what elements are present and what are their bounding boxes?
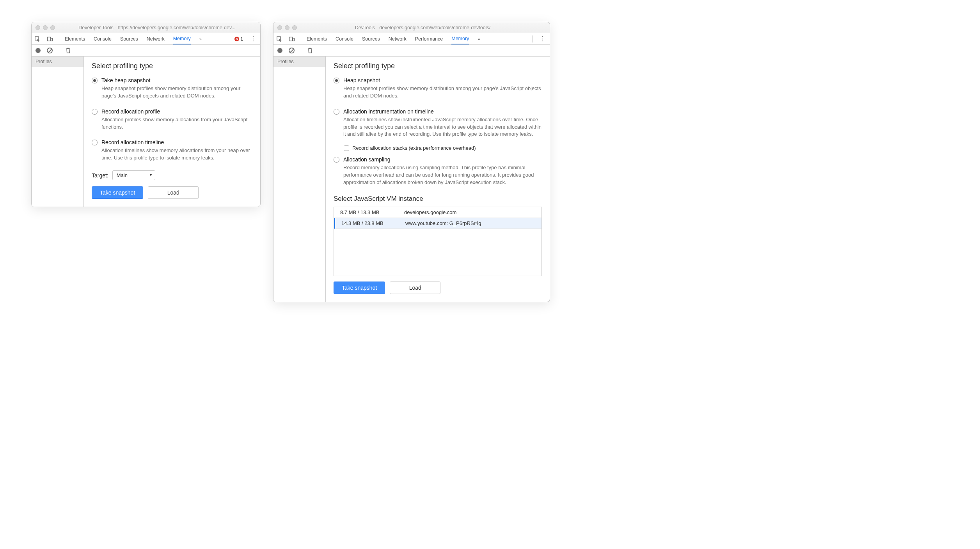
vm-row[interactable]: 14.3 MB / 23.8 MB www.youtube.com: G_P6r… (334, 218, 541, 229)
vm-row[interactable]: 8.7 MB / 13.3 MB developers.google.com (334, 207, 541, 218)
devtools-window-left: Developer Tools - https://developers.goo… (31, 22, 261, 207)
radio-icon[interactable] (92, 78, 98, 83)
traffic-light-zoom-icon[interactable] (292, 25, 297, 30)
target-row: Target: Main (92, 170, 252, 180)
record-icon[interactable] (36, 48, 41, 53)
load-button[interactable]: Load (148, 186, 199, 199)
vm-name: developers.google.com (396, 209, 456, 215)
svg-rect-2 (51, 38, 53, 41)
sidebar: Profiles (32, 57, 84, 207)
target-label: Target: (92, 172, 108, 179)
take-snapshot-button[interactable]: Take snapshot (92, 186, 143, 199)
option-description: Allocation timelines show memory allocat… (101, 147, 252, 162)
titlebar: DevTools - developers.google.com/web/too… (273, 22, 550, 33)
option-title: Record allocation timeline (101, 139, 252, 145)
window-title: Developer Tools - https://developers.goo… (58, 25, 256, 30)
svg-rect-5 (293, 38, 295, 41)
option-title: Allocation sampling (343, 156, 542, 163)
tab-network[interactable]: Network (389, 36, 407, 42)
error-count: 1 (240, 36, 243, 42)
traffic-light-minimize-icon[interactable] (285, 25, 289, 30)
error-counter[interactable]: ✕ 1 (234, 36, 243, 42)
devtools-window-right: DevTools - developers.google.com/web/too… (273, 22, 550, 302)
vm-heading: Select JavaScript VM instance (334, 195, 542, 203)
page-title: Select profiling type (92, 62, 252, 70)
option-description: Allocation profiles show memory allocati… (101, 116, 252, 131)
radio-icon[interactable] (92, 109, 98, 115)
option-allocation-timeline[interactable]: Allocation instrumentation on timeline A… (334, 108, 542, 144)
radio-icon[interactable] (334, 157, 339, 163)
vm-memory: 14.3 MB / 23.8 MB (335, 220, 398, 226)
option-allocation-timeline[interactable]: Record allocation timeline Allocation ti… (92, 139, 252, 167)
tab-memory[interactable]: Memory (173, 36, 191, 44)
tab-performance[interactable]: Performance (415, 36, 443, 42)
tab-console[interactable]: Console (94, 36, 112, 42)
option-title: Take heap snapshot (101, 77, 252, 83)
tab-network[interactable]: Network (147, 36, 165, 42)
vm-name: www.youtube.com: G_P6rpRSr4g (398, 220, 481, 226)
clear-icon[interactable] (289, 48, 295, 53)
option-description: Allocation timelines show instrumented J… (343, 116, 542, 138)
overflow-tabs-icon[interactable]: » (478, 37, 480, 41)
traffic-light-close-icon[interactable] (277, 25, 282, 30)
option-title: Record allocation profile (101, 108, 252, 115)
option-description: Record memory allocations using sampling… (343, 164, 542, 186)
memory-toolbar (273, 45, 550, 57)
devtools-tabbar: Elements Console Sources Network Memory … (32, 33, 260, 45)
vm-table: 8.7 MB / 13.3 MB developers.google.com 1… (334, 207, 542, 276)
overflow-tabs-icon[interactable]: » (199, 37, 202, 41)
error-badge-icon: ✕ (234, 37, 239, 41)
vm-empty-area (334, 229, 541, 276)
option-description: Heap snapshot profiles show memory distr… (343, 85, 542, 100)
sidebar-heading-profiles: Profiles (273, 57, 325, 67)
target-select[interactable]: Main (112, 170, 155, 180)
device-toolbar-icon[interactable] (46, 36, 53, 42)
main-panel: Select profiling type Take heap snapshot… (84, 57, 260, 207)
sub-option-record-stacks[interactable]: Record allocation stacks (extra performa… (344, 145, 542, 151)
svg-rect-1 (48, 37, 51, 41)
inspect-element-icon[interactable] (34, 36, 41, 42)
traffic-light-zoom-icon[interactable] (50, 25, 55, 30)
option-title: Heap snapshot (343, 77, 542, 83)
main-panel: Select profiling type Heap snapshot Heap… (326, 57, 550, 302)
svg-rect-4 (289, 37, 293, 41)
take-snapshot-button[interactable]: Take snapshot (334, 282, 385, 294)
tab-sources[interactable]: Sources (362, 36, 380, 42)
page-title: Select profiling type (334, 62, 542, 70)
radio-icon[interactable] (334, 109, 339, 115)
option-heap-snapshot[interactable]: Heap snapshot Heap snapshot profiles sho… (334, 77, 542, 105)
record-icon[interactable] (277, 48, 282, 53)
radio-icon[interactable] (92, 140, 98, 145)
settings-menu-icon[interactable]: ⋮ (538, 36, 547, 42)
tab-elements[interactable]: Elements (307, 36, 327, 42)
vm-memory: 8.7 MB / 13.3 MB (334, 209, 396, 215)
tab-memory[interactable]: Memory (451, 36, 469, 44)
window-title: DevTools - developers.google.com/web/too… (300, 25, 546, 30)
trash-icon[interactable] (307, 48, 313, 53)
option-title: Allocation instrumentation on timeline (343, 108, 542, 115)
radio-icon[interactable] (334, 78, 339, 83)
tab-console[interactable]: Console (336, 36, 353, 42)
option-allocation-profile[interactable]: Record allocation profile Allocation pro… (92, 108, 252, 136)
sidebar-heading-profiles: Profiles (32, 57, 83, 67)
option-description: Heap snapshot profiles show memory distr… (101, 85, 252, 100)
device-toolbar-icon[interactable] (288, 36, 295, 42)
memory-toolbar (32, 45, 260, 57)
devtools-tabbar: Elements Console Sources Network Perform… (273, 33, 550, 45)
trash-icon[interactable] (66, 48, 71, 53)
titlebar: Developer Tools - https://developers.goo… (32, 22, 260, 33)
load-button[interactable]: Load (390, 282, 440, 294)
sidebar: Profiles (273, 57, 326, 302)
tab-elements[interactable]: Elements (65, 36, 85, 42)
settings-menu-icon[interactable]: ⋮ (249, 36, 258, 42)
sub-option-label: Record allocation stacks (extra performa… (352, 145, 476, 151)
traffic-light-minimize-icon[interactable] (43, 25, 48, 30)
checkbox-icon[interactable] (344, 145, 349, 151)
traffic-light-close-icon[interactable] (36, 25, 40, 30)
option-heap-snapshot[interactable]: Take heap snapshot Heap snapshot profile… (92, 77, 252, 105)
tab-sources[interactable]: Sources (120, 36, 138, 42)
tab-list: Elements Console Sources Network Perform… (307, 36, 527, 42)
clear-icon[interactable] (47, 48, 53, 53)
option-allocation-sampling[interactable]: Allocation sampling Record memory alloca… (334, 156, 542, 192)
inspect-element-icon[interactable] (276, 36, 283, 42)
